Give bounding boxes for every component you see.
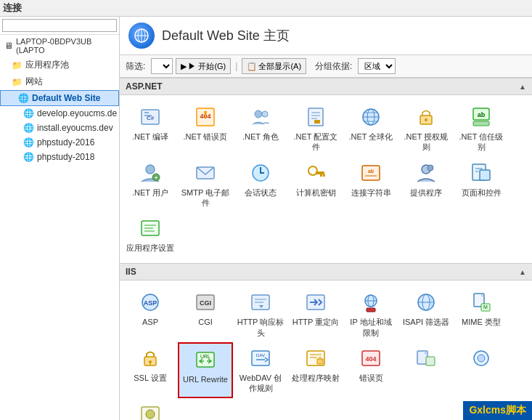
icon-ip-domain[interactable]: IP 地址和域限制	[343, 286, 398, 342]
sidebar: 🖥 LAPTOP-0BDPV3UB (LAPTO 📁 应用程序池 📁 网站 🌐 …	[0, 17, 120, 420]
connstr-label: 连接字符串	[351, 187, 391, 198]
aspnet-icon-grid: C# .NET 编译 404	[120, 95, 532, 263]
net-user-icon: +	[139, 161, 162, 185]
sidebar-item-label: Default Web Site	[32, 93, 100, 103]
icon-net-role[interactable]: .NET 角色	[233, 101, 288, 157]
toolbar: 筛选: ▶ ▶ 开始(G) | 📋 全部显示(A) 分组依据: 区域	[120, 55, 532, 78]
svg-rect-34	[323, 174, 325, 177]
url-rewrite-label: URL Rewrite	[183, 374, 228, 384]
icon-asp[interactable]: ASP ASP	[123, 286, 178, 342]
icon-mime-type[interactable]: M MIME 类型	[454, 286, 509, 342]
icon-pagecontrol[interactable]: 页面和控件	[454, 157, 509, 213]
net-compile-icon: C#	[139, 105, 162, 129]
smtp-label: SMTP 电子邮件	[181, 187, 230, 209]
content-header: Default Web Site 主页	[120, 17, 532, 55]
svg-point-9	[255, 110, 262, 118]
icon-handler[interactable]: 处理程序映射	[288, 342, 343, 398]
http-redirect-icon	[304, 291, 327, 314]
cgi-label: CGI	[198, 317, 213, 327]
cgi-icon: CGI	[194, 291, 217, 314]
icon-session[interactable]: 会话状态	[233, 157, 288, 213]
icon-smtp[interactable]: SMTP 电子邮件	[178, 157, 233, 213]
svg-rect-59	[367, 308, 375, 312]
iis-collapse-btn[interactable]: ▲	[519, 268, 526, 276]
icon-net-compile[interactable]: C# .NET 编译	[123, 101, 178, 157]
svg-text:ab: ab	[478, 111, 486, 118]
top-bar-label: 连接	[3, 1, 22, 15]
mime-type-icon: M	[470, 291, 493, 314]
sidebar-item-develop[interactable]: 🌐 develop.eyoucms.de	[0, 106, 119, 121]
net-trust-label: .NET 信任级别	[457, 132, 506, 153]
sidebar-item-apppool[interactable]: 📁 应用程序池	[0, 57, 119, 73]
svg-point-22	[425, 118, 427, 121]
icon-isapi-filter[interactable]: ISAPI 筛选器	[398, 286, 454, 342]
svg-rect-24	[473, 121, 489, 126]
start-button[interactable]: ▶ ▶ 开始(G)	[176, 58, 231, 74]
svg-rect-79	[426, 357, 435, 366]
aspnet-collapse-btn[interactable]: ▲	[519, 83, 526, 91]
icon-net-global[interactable]: .NET 全球化	[343, 101, 398, 157]
filter-select[interactable]	[151, 58, 173, 74]
icon-misc2[interactable]	[454, 342, 509, 398]
content-area: Default Web Site 主页 筛选: ▶ ▶ 开始(G) | 📋 全部…	[120, 17, 532, 420]
sidebar-item-phpstudy2018[interactable]: 🌐 phpstudy-2018	[0, 150, 119, 164]
appsettings-icon	[139, 217, 162, 240]
sidebar-item-website[interactable]: 📁 网站	[0, 73, 119, 90]
svg-point-67	[149, 360, 152, 363]
sidebar-item-install[interactable]: 🌐 install.eyoucms.dev	[0, 121, 119, 135]
svg-text:ASP: ASP	[144, 299, 157, 307]
icon-misc1[interactable]	[398, 342, 454, 398]
icon-machinekey[interactable]: 计算机密钥	[288, 157, 343, 213]
icon-net-trust[interactable]: ab .NET 信任级别	[454, 101, 509, 157]
icon-error-page[interactable]: 404 错误页	[343, 342, 398, 398]
show-all-icon: 📋	[247, 62, 257, 71]
pagecontrol-label: 页面和控件	[462, 187, 502, 198]
icon-url-rewrite[interactable]: URL URL Rewrite	[178, 342, 233, 398]
sidebar-item-defaultweb[interactable]: 🌐 Default Web Site	[0, 90, 119, 106]
svg-point-81	[478, 355, 485, 362]
sidebar-item-laptop[interactable]: 🖥 LAPTOP-0BDPV3UB (LAPTO	[0, 35, 119, 57]
sidebar-item-label: 网站	[25, 76, 43, 88]
icon-ssl[interactable]: SSL 设置	[123, 342, 178, 398]
show-all-button[interactable]: 📋 全部显示(A)	[242, 58, 306, 74]
net-config-icon	[304, 105, 327, 129]
sidebar-search-input[interactable]	[2, 19, 117, 32]
connstr-icon: ab	[359, 161, 382, 185]
misc3-icon	[139, 403, 162, 420]
net-compile-label: .NET 编译	[132, 132, 168, 142]
icon-http-redirect[interactable]: HTTP 重定向	[288, 286, 343, 342]
session-label: 会话状态	[245, 187, 277, 198]
group-select[interactable]: 区域	[358, 58, 396, 74]
sidebar-item-phpstudy2016[interactable]: 🌐 phpstudy-2016	[0, 135, 119, 150]
globe-icon: 🌐	[23, 108, 34, 118]
icons-area: ASP.NET ▲ C# .NET 编译	[120, 78, 532, 420]
sidebar-item-label: 应用程序池	[25, 59, 69, 71]
icon-net-auth[interactable]: .NET 授权规则	[398, 101, 454, 157]
filter-label: 筛选:	[126, 60, 145, 73]
site-icon	[128, 23, 155, 49]
svg-point-83	[146, 410, 155, 419]
icon-appsettings[interactable]: 应用程序设置	[123, 212, 178, 257]
ip-domain-label: IP 地址和域限制	[346, 317, 396, 338]
top-bar: 连接	[0, 0, 532, 17]
session-icon	[249, 161, 272, 185]
net-global-label: .NET 全球化	[349, 132, 393, 142]
icon-misc3[interactable]	[123, 398, 178, 420]
net-global-icon	[359, 105, 382, 129]
icon-cgi[interactable]: CGI CGI	[178, 286, 233, 342]
icon-net-user[interactable]: + .NET 用户	[123, 157, 178, 213]
iis-icon-grid: ASP ASP CGI CGI	[120, 280, 532, 420]
icon-webdav[interactable]: DAV WebDAV 创作规则	[233, 342, 288, 398]
icon-http-response[interactable]: HTTP 响应标头	[233, 286, 288, 342]
net-config-label: .NET 配置文件	[291, 132, 340, 153]
globe-icon: 🌐	[23, 123, 34, 133]
section-aspnet-title: ASP.NET	[126, 81, 162, 92]
icon-net-error[interactable]: 404 .NET 错误页	[178, 101, 233, 157]
icon-provider[interactable]: 提供程序	[398, 157, 454, 213]
globe-icon: 🌐	[23, 152, 34, 162]
icon-connstr[interactable]: ab 连接字符串	[343, 157, 398, 213]
ssl-label: SSL 设置	[134, 373, 166, 383]
toolbar-sep1: |	[235, 61, 237, 71]
svg-rect-15	[314, 120, 320, 124]
icon-net-config[interactable]: .NET 配置文件	[288, 101, 343, 157]
